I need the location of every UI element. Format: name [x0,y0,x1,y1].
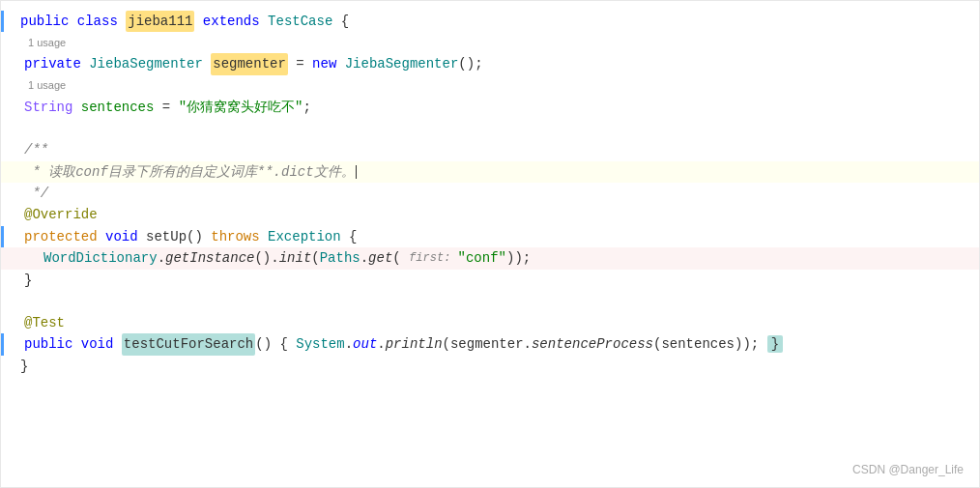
text-semi1: ; [303,97,310,118]
text-brace-open: { [332,11,349,32]
type-testcase: TestCase [268,11,332,32]
text-brace-close1: } [24,270,32,291]
usage-text-1: 1 usage [20,35,66,52]
keyword-void2: void [81,333,122,355]
code-line-10: @Override [1,204,979,225]
line-content-16: public void testCutForSearch() { System.… [13,333,783,355]
type-string: String [24,97,81,118]
code-line-usage-2: 1 usage [1,75,979,97]
line-content-1: public class jieba111 extends TestCase { [13,11,349,32]
keyword-public: public [20,11,77,32]
text-close2: )); } [735,333,783,355]
annotation-test: @Test [24,312,65,333]
text-paren5: () { [255,333,296,355]
annotation-override: @Override [24,204,98,225]
keyword-extends: extends [203,11,268,32]
usage-hint-1: 1 usage [13,35,66,52]
text-brace-close-main: } [20,356,28,377]
classname-jieba111: jieba111 [126,11,194,32]
text-dot4: . [377,333,385,355]
field-out: out [353,333,377,355]
text-dot1: . [158,247,165,269]
text-paren2: (). [254,247,278,269]
text-paren: (); [458,53,482,74]
line-content-5: String sentences = "你猜窝窝头好吃不"; [13,97,311,118]
text-dot5: . [524,333,532,355]
keyword-public2: public [24,333,81,355]
line-content-17: } [13,356,28,377]
keyword-class: class [77,11,126,32]
type-worddict: WordDictionary [43,247,158,269]
usage-hint-2: 1 usage [13,77,66,95]
keyword-throws: throws [211,226,268,247]
type-jieba1: JiebaSegmenter [89,53,211,74]
code-line-3: private JiebaSegmenter segmenter = new J… [1,53,979,74]
keyword-protected: protected [24,226,105,247]
code-line-13: } [1,270,979,291]
method-init: init [279,247,312,269]
code-line-16: public void testCutForSearch() { System.… [1,333,979,355]
line-content-12: WordDictionary.getInstance().init(Paths.… [13,247,531,269]
code-line-8: * 读取conf目录下所有的自定义词库**.dict文件。 [1,161,979,183]
text-paren3: ( [311,247,319,269]
left-border-marker-2 [1,226,4,247]
text-cursor [356,165,357,179]
text-extends [194,11,202,32]
comment-close: */ [24,183,48,204]
type-system: System [296,333,344,355]
var-sentences2: sentences [661,333,735,355]
code-line-9: */ [1,183,979,204]
code-editor: public class jieba111 extends TestCase {… [0,0,980,488]
comment-text: * 读取conf目录下所有的自定义词库**.dict文件。 [24,161,355,183]
text-eq2: = [154,97,178,118]
text-paren6: ( [443,333,450,355]
method-sentenceprocess: sentenceProcess [532,333,653,355]
line-content-11: protected void setUp() throws Exception … [13,226,358,247]
code-line-1: public class jieba111 extends TestCase { [1,11,979,32]
keyword-void1: void [105,226,146,247]
string-literal: "你猜窝窝头好吃不" [179,97,303,118]
text-dot3: . [345,333,353,355]
line-content-9: */ [13,183,48,204]
line-content-3: private JiebaSegmenter segmenter = new J… [13,53,483,74]
text-close-paren: )); [506,247,531,269]
text-dot2: . [360,247,368,269]
type-exception: Exception [268,226,341,247]
watermark: CSDN @Danger_Life [852,461,964,479]
code-line-5: String sentences = "你猜窝窝头好吃不"; [1,97,979,118]
var-sentences: sentences [81,97,155,118]
code-line-15: @Test [1,312,979,333]
line-content-7: /** [13,139,48,160]
code-line-17: } [1,356,979,377]
usage-text-2: 1 usage [20,77,66,95]
type-paths: Paths [320,247,360,269]
line-content-8: * 读取conf目录下所有的自定义词库**.dict文件。 [13,161,357,183]
text-brace2: { [341,226,358,247]
var-segmenter: segmenter [211,53,288,74]
string-conf: "conf" [458,247,506,269]
text-paren7: ( [653,333,661,355]
code-line-usage-1: 1 usage [1,32,979,53]
left-border-marker-3 [1,333,4,355]
comment-open: /** [24,139,48,160]
line-content-10: @Override [13,204,98,225]
line-content-13: } [13,270,32,291]
code-line-6 [1,118,979,139]
code-line-12: WordDictionary.getInstance().init(Paths.… [1,247,979,269]
text-equals: = [288,53,312,74]
method-getinstance: getInstance [165,247,254,269]
left-border-marker [1,11,4,32]
line-content-15: @Test [13,312,65,333]
code-line-7: /** [1,139,979,160]
text-paren4: ( [392,247,409,269]
var-segmenter2: segmenter [450,333,524,355]
method-println: println [386,333,443,355]
keyword-private: private [24,53,89,74]
keyword-new: new [312,53,345,74]
method-setup: setUp() [146,226,211,247]
method-get: get [368,247,392,269]
code-line-11: protected void setUp() throws Exception … [1,226,979,247]
param-hint-first: first: [409,249,457,268]
code-line-14 [1,291,979,312]
type-jieba2: JiebaSegmenter [345,53,459,74]
